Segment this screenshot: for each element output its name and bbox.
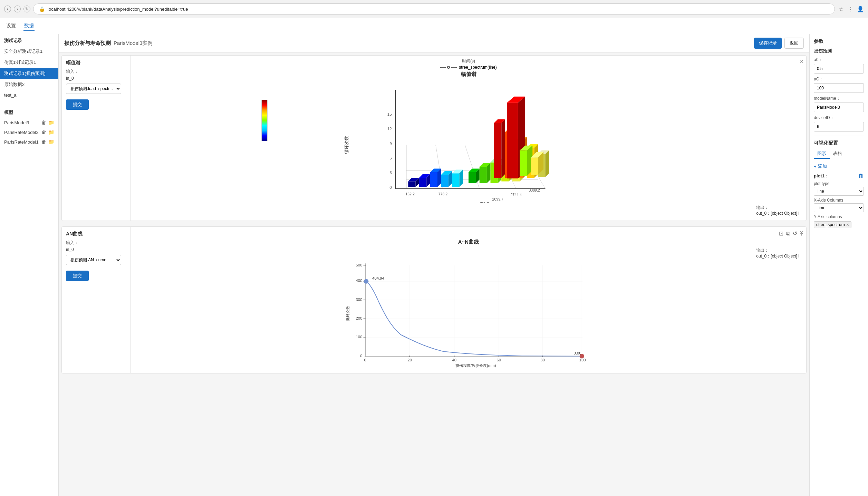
expand-icon[interactable]: ⊡ (778, 230, 784, 237)
folder-model2-icon[interactable]: 📁 (48, 129, 54, 135)
svg-marker-30 (419, 178, 426, 187)
svg-text:3: 3 (389, 170, 392, 175)
a0-label: a0： (814, 57, 864, 63)
tab-table[interactable]: 表格 (830, 149, 846, 159)
chart1-select[interactable]: 损伤预测.load_spectr... (66, 84, 121, 94)
ac-label: aC： (814, 76, 864, 82)
x-axis-select[interactable]: time_ (814, 203, 864, 212)
modelname-label: modelName： (814, 96, 864, 101)
svg-text:2744.4: 2744.4 (510, 193, 521, 197)
right-divider (814, 136, 864, 136)
chart2-close[interactable]: × (800, 230, 803, 236)
reload-button[interactable]: ↻ (23, 6, 30, 12)
chart2-submit[interactable]: 提交 (66, 271, 89, 281)
svg-text:400: 400 (356, 279, 362, 283)
chart1-output-label: 输出： (756, 205, 799, 211)
svg-text:500: 500 (356, 263, 362, 267)
sidebar-item-security[interactable]: 安全分析测试记录1 (0, 46, 58, 57)
chart2-input-name: in_0 (66, 247, 126, 252)
svg-text:6: 6 (389, 156, 392, 160)
svg-marker-78 (531, 158, 538, 175)
copy-icon[interactable]: ⧉ (785, 230, 791, 237)
y-axis-tag-close[interactable]: × (846, 222, 849, 227)
modelname-input[interactable] (814, 103, 864, 112)
chart1-title: 幅值谱 (66, 60, 126, 66)
plot1-delete[interactable]: 🗑 (858, 173, 864, 179)
svg-marker-45 (480, 167, 487, 183)
page-title-sub: ParisModel3实例 (114, 40, 153, 47)
chart1-submit[interactable]: 提交 (66, 99, 89, 110)
svg-marker-59 (501, 119, 505, 177)
chart2-output: 输出： out_0：[object Object] i (134, 247, 803, 260)
sidebar-item-raw2[interactable]: 原始数据2 (0, 79, 58, 90)
svg-text:80: 80 (540, 358, 545, 362)
svg-text:40: 40 (452, 358, 456, 362)
page-title-main: 损伤分析与寿命预测 (64, 40, 111, 47)
right-panel-title: 参数 (814, 38, 864, 45)
chart2-title: AN曲线 (66, 231, 126, 237)
chart2-select[interactable]: 损伤预测.AN_curve (66, 255, 121, 265)
folder-model-icon[interactable]: 📁 (48, 120, 54, 125)
add-plot-button[interactable]: + 添加 (814, 163, 827, 170)
svg-text:-453.7: -453.7 (478, 201, 489, 203)
chart2-output-label: 输出： (756, 247, 799, 253)
svg-marker-57 (494, 123, 501, 178)
chart2-left: AN曲线 输入： in_0 损伤预测.AN_curve 提交 (62, 227, 131, 373)
chart2-chart-title: A~N曲线 (134, 239, 803, 245)
menu-icon[interactable]: ⋮ (847, 6, 854, 12)
svg-text:100: 100 (356, 335, 362, 339)
save-button[interactable]: 保存记录 (754, 38, 782, 49)
a0-input[interactable] (814, 64, 864, 74)
tab-settings[interactable]: 设置 (6, 21, 17, 31)
model-name-paris3: ParisModel3 (4, 120, 39, 125)
sidebar-divider (0, 103, 58, 103)
plot-type-select[interactable]: line (814, 187, 864, 196)
sidebar-item-sim1[interactable]: 仿真1测试记录1 (0, 57, 58, 68)
svg-text:0: 0 (360, 354, 362, 358)
sidebar-item-testa[interactable]: test_a (0, 90, 58, 100)
chart2-input-label: 输入： (66, 240, 126, 246)
delete-model3-icon[interactable]: 🗑 (41, 139, 46, 145)
sidebar-item-test-damage[interactable]: 测试记录1(损伤预测) (0, 68, 58, 79)
plot1-header: plot1： 🗑 (814, 173, 864, 179)
chart1-input-name: in_0 (66, 76, 126, 81)
svg-text:15: 15 (387, 112, 392, 116)
chart2-output-value: out_0：[object Object] i (756, 253, 799, 259)
model-name-parisrate2: ParisRateModel2 (4, 130, 39, 135)
chart1-left: 幅值谱 输入： in_0 损伤预测.load_spectr... 提交 (62, 56, 131, 221)
back-button[interactable]: ‹ (4, 6, 11, 12)
refresh-icon[interactable]: ↺ (792, 230, 798, 237)
curve-point1 (364, 279, 368, 283)
plot-type-label: plot type (814, 181, 864, 186)
chart-panel-an: AN曲线 输入： in_0 损伤预测.AN_curve 提交 × ⊡ ⧉ (61, 226, 807, 373)
url-bar[interactable]: 🔒 localhost:4200/#/blank/dataAnalysis/pr… (33, 3, 835, 14)
chart-panel-spectrum: 幅值谱 输入： in_0 损伤预测.load_spectr... 提交 × 时间… (61, 55, 807, 221)
svg-text:3389.2: 3389.2 (529, 188, 540, 192)
user-icon[interactable]: 👤 (857, 6, 864, 12)
right-panel: 参数 损伤预测 a0： aC： modelName： deviceID： 可视化… (809, 34, 868, 496)
viz-config-title: 可视化配置 (814, 140, 864, 146)
chart1-chart-title: 幅值谱 (134, 71, 803, 78)
tab-chart[interactable]: 图形 (814, 149, 830, 159)
an-curve-svg: 0 100 200 300 (134, 260, 803, 370)
forward-button[interactable]: › (14, 6, 21, 12)
deviceid-input[interactable] (814, 122, 864, 132)
folder-model3-icon[interactable]: 📁 (48, 139, 54, 145)
svg-marker-36 (441, 175, 449, 187)
bookmark-icon[interactable]: ☆ (838, 6, 845, 12)
delete-model2-icon[interactable]: 🗑 (41, 129, 46, 135)
ac-input[interactable] (814, 83, 864, 93)
model-item-paris3: ParisModel3 🗑 📁 (0, 118, 58, 127)
back-button-content[interactable]: 返回 (784, 38, 804, 49)
model-name-parisrate1: ParisRateModel1 (4, 139, 39, 145)
svg-text:循环次数: 循环次数 (344, 136, 349, 154)
center-content: 损伤分析与寿命预测 ParisModel3实例 保存记录 返回 幅值谱 输入： … (59, 34, 809, 496)
delete-model-icon[interactable]: 🗑 (41, 120, 46, 125)
svg-marker-42 (469, 172, 476, 183)
tab-data[interactable]: 数据 (23, 21, 35, 31)
damage-section-title: 损伤预测 (814, 48, 864, 54)
left-sidebar: 测试记录 安全分析测试记录1 仿真1测试记录1 测试记录1(损伤预测) 原始数据… (0, 34, 59, 496)
svg-text:404.94: 404.94 (372, 276, 384, 280)
chart1-close[interactable]: × (800, 58, 803, 65)
chart1-legend-label: stree_spectrum(line) (459, 65, 496, 70)
